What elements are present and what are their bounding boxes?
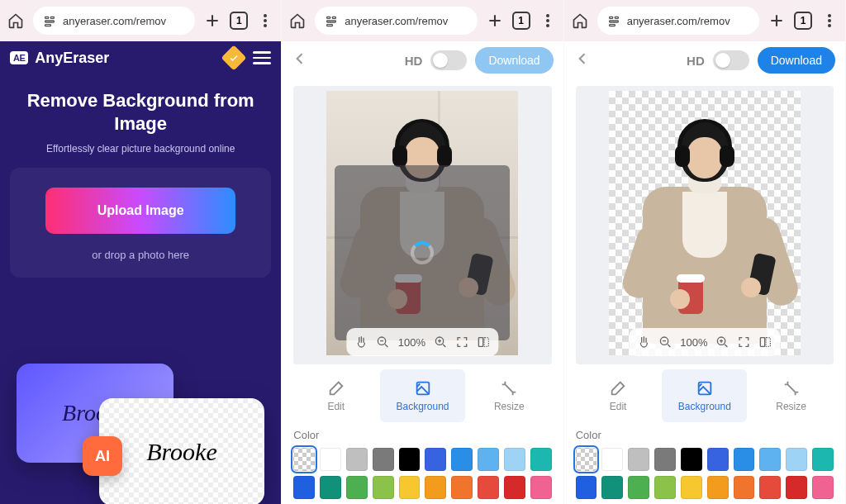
premium-badge-icon[interactable] — [221, 45, 247, 70]
color-swatch[interactable] — [320, 448, 341, 471]
fullscreen-icon[interactable] — [737, 335, 750, 349]
color-swatch[interactable] — [681, 476, 702, 499]
color-swatch[interactable] — [734, 476, 755, 499]
color-swatch[interactable] — [786, 448, 807, 471]
color-swatch[interactable] — [759, 476, 781, 499]
back-icon[interactable] — [574, 50, 591, 70]
editor-tabs: Edit Background Resize — [293, 369, 551, 422]
url-text: anyeraser.com/remov — [345, 15, 448, 27]
pan-icon[interactable] — [355, 335, 368, 349]
color-swatch[interactable] — [681, 448, 702, 471]
color-swatch[interactable] — [346, 448, 368, 471]
site-settings-icon — [43, 14, 56, 27]
color-swatch[interactable] — [504, 476, 525, 499]
color-swatch[interactable] — [759, 448, 781, 471]
zoom-out-icon[interactable] — [377, 335, 390, 349]
home-icon[interactable] — [7, 12, 25, 30]
new-tab-icon[interactable] — [203, 12, 221, 30]
color-swatch[interactable] — [293, 448, 315, 471]
panel-editor-result: anyeraser.com/remov 1 HD Download — [564, 0, 846, 504]
loading-overlay — [335, 165, 510, 340]
tab-background[interactable]: Background — [380, 369, 465, 422]
svg-rect-16 — [609, 25, 615, 26]
color-swatch[interactable] — [786, 476, 807, 499]
overflow-menu-icon[interactable] — [256, 12, 274, 30]
color-swatch[interactable] — [451, 476, 473, 499]
color-swatch[interactable] — [812, 448, 834, 471]
tab-resize[interactable]: Resize — [467, 369, 552, 422]
color-swatch[interactable] — [346, 476, 368, 499]
color-swatch[interactable] — [628, 448, 649, 471]
upload-image-button[interactable]: Upload Image — [45, 188, 235, 234]
color-swatch[interactable] — [451, 448, 473, 471]
color-swatch[interactable] — [293, 476, 315, 499]
hd-toggle[interactable] — [713, 50, 749, 70]
hd-toggle[interactable] — [430, 50, 467, 70]
zoom-in-icon[interactable] — [715, 335, 729, 349]
back-icon[interactable] — [292, 50, 308, 70]
svg-rect-6 — [327, 21, 336, 22]
tab-resize[interactable]: Resize — [749, 369, 834, 422]
tab-edit[interactable]: Edit — [293, 369, 378, 422]
color-swatch[interactable] — [504, 448, 525, 471]
tab-edit[interactable]: Edit — [576, 369, 661, 422]
color-swatch[interactable] — [576, 476, 597, 499]
color-swatch[interactable] — [530, 476, 552, 499]
image-preview — [326, 91, 518, 355]
svg-rect-15 — [609, 21, 618, 22]
zoom-out-icon[interactable] — [658, 335, 672, 349]
image-toolbar: 100% — [629, 328, 780, 356]
page-subtitle: Effortlessly clear picture background on… — [15, 143, 266, 155]
home-icon[interactable] — [571, 12, 589, 30]
swatch-row-2 — [293, 476, 551, 499]
overflow-menu-icon[interactable] — [539, 12, 557, 30]
hamburger-menu-icon[interactable] — [253, 51, 271, 64]
tab-count[interactable]: 1 — [512, 12, 530, 30]
new-tab-icon[interactable] — [768, 12, 786, 30]
color-swatch[interactable] — [399, 476, 421, 499]
zoom-in-icon[interactable] — [434, 335, 447, 349]
color-swatch[interactable] — [601, 448, 623, 471]
address-bar[interactable]: anyeraser.com/remov — [597, 7, 759, 35]
color-swatch[interactable] — [373, 448, 394, 471]
pan-icon[interactable] — [637, 335, 650, 349]
color-swatch[interactable] — [576, 448, 597, 471]
browser-bar: anyeraser.com/remov 1 — [282, 0, 563, 41]
address-bar[interactable]: anyeraser.com/remov — [33, 7, 195, 35]
color-swatch[interactable] — [654, 448, 676, 471]
home-icon[interactable] — [288, 12, 307, 30]
drop-hint: or drop a photo here — [92, 249, 189, 261]
address-bar[interactable]: anyeraser.com/remov — [315, 7, 477, 35]
compare-icon[interactable] — [758, 335, 772, 349]
color-swatch[interactable] — [707, 476, 729, 499]
editor-topbar: HD Download — [564, 41, 845, 79]
color-swatch[interactable] — [601, 476, 623, 499]
color-swatch[interactable] — [628, 476, 649, 499]
color-swatch[interactable] — [425, 448, 446, 471]
color-swatch[interactable] — [734, 448, 755, 471]
tab-count[interactable]: 1 — [794, 12, 812, 30]
color-swatch[interactable] — [478, 476, 499, 499]
color-swatch[interactable] — [707, 448, 729, 471]
example-card-front: Brooke — [99, 398, 264, 504]
tab-count[interactable]: 1 — [230, 12, 248, 30]
new-tab-icon[interactable] — [486, 12, 504, 30]
download-button[interactable]: Download — [758, 47, 835, 74]
browser-bar: anyeraser.com/remov 1 — [0, 0, 281, 41]
tab-background[interactable]: Background — [662, 369, 747, 422]
overflow-menu-icon[interactable] — [820, 12, 839, 30]
color-swatch[interactable] — [478, 448, 499, 471]
download-button[interactable]: Download — [475, 47, 553, 74]
color-swatch[interactable] — [373, 476, 394, 499]
fullscreen-icon[interactable] — [455, 335, 468, 349]
panel-editor-processing: anyeraser.com/remov 1 HD Download — [282, 0, 563, 504]
hd-label: HD — [405, 54, 423, 68]
example-cards: Brooke Brooke AI — [0, 347, 281, 504]
color-swatch[interactable] — [425, 476, 446, 499]
color-swatch[interactable] — [320, 476, 341, 499]
compare-icon[interactable] — [477, 335, 490, 349]
color-swatch[interactable] — [530, 448, 552, 471]
color-swatch[interactable] — [399, 448, 421, 471]
color-swatch[interactable] — [812, 476, 834, 499]
color-swatch[interactable] — [654, 476, 676, 499]
